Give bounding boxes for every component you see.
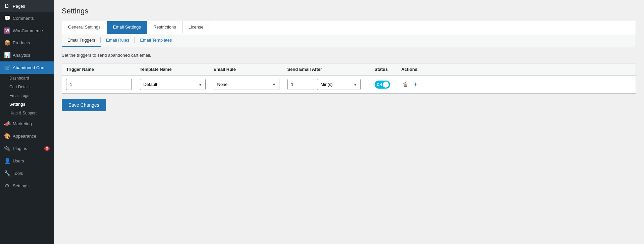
sidebar-item-products[interactable]: 📦 Products — [0, 37, 54, 49]
tab-general-settings[interactable]: General Settings — [62, 21, 107, 34]
tab-license[interactable]: License — [182, 21, 210, 34]
users-icon: 👤 — [4, 158, 10, 164]
col-email-rule: Email Rule — [210, 63, 283, 76]
submenu-label: Settings — [9, 102, 25, 107]
add-button[interactable]: + — [412, 79, 419, 90]
main-tabs: General Settings Email Settings Restrict… — [62, 21, 636, 34]
send-after-unit-select[interactable]: Min(s) Hour(s) Day(s) — [317, 79, 361, 90]
pages-icon: 🗋 — [4, 3, 10, 9]
plugins-icon: 🔌 — [4, 145, 10, 152]
sidebar-item-label: Tools — [13, 171, 23, 176]
inner-tab-email-templates[interactable]: Email Templates — [135, 34, 177, 47]
send-after-value-input[interactable] — [287, 79, 314, 90]
sidebar-item-comments[interactable]: 💬 Comments — [0, 12, 54, 25]
main-content: Settings General Settings Email Settings… — [54, 0, 644, 244]
settings-icon: ⚙ — [4, 183, 10, 189]
cell-actions: 🗑 + — [397, 76, 636, 94]
sidebar: 🗋 Pages 💬 Comments W WooCommerce 📦 Produ… — [0, 0, 54, 244]
status-toggle[interactable]: ON — [375, 81, 390, 89]
sidebar-item-appearance[interactable]: 🎨 Appearance — [0, 130, 54, 142]
col-template-name: Template Name — [136, 63, 210, 76]
save-changes-button[interactable]: Save Changes — [62, 99, 106, 111]
analytics-icon: 📊 — [4, 52, 10, 58]
sidebar-item-abandoned-cart[interactable]: 🛒 Abandoned Cart — [0, 61, 54, 74]
sidebar-item-label: Appearance — [13, 134, 36, 139]
section-description: Set the triggers to send abandoned cart … — [62, 53, 636, 58]
toggle-slider: ON — [375, 81, 390, 89]
cell-trigger-name — [62, 76, 136, 94]
submenu-label: Cart Details — [9, 85, 31, 89]
appearance-icon: 🎨 — [4, 133, 10, 139]
trigger-table: Trigger Name Template Name Email Rule Se… — [62, 63, 636, 94]
sidebar-item-label: Analytics — [13, 53, 30, 58]
plugins-badge: 9 — [44, 146, 50, 151]
sidebar-item-label: WooCommerce — [13, 28, 43, 33]
rule-select-wrapper: None Rule 1 Rule 2 ▼ — [214, 79, 279, 90]
col-trigger-name: Trigger Name — [62, 63, 136, 76]
tab-email-settings[interactable]: Email Settings — [107, 21, 147, 34]
submenu-email-logs[interactable]: Email Logs — [0, 91, 54, 100]
cell-send-after: Min(s) Hour(s) Day(s) ▼ — [283, 76, 371, 94]
col-actions: Actions — [397, 63, 636, 76]
sidebar-item-plugins[interactable]: 🔌 Plugins 9 — [0, 142, 54, 155]
marketing-icon: 📣 — [4, 120, 10, 127]
email-rule-select[interactable]: None Rule 1 Rule 2 — [214, 79, 279, 90]
sidebar-item-woocommerce[interactable]: W WooCommerce — [0, 25, 54, 37]
cell-template-name: Default Template 1 Template 2 ▼ — [136, 76, 210, 94]
unit-select-wrapper: Min(s) Hour(s) Day(s) ▼ — [317, 79, 361, 90]
submenu-label: Dashboard — [9, 76, 29, 81]
sidebar-item-analytics[interactable]: 📊 Analytics — [0, 49, 54, 61]
inner-tab-email-rules[interactable]: Email Rules — [101, 34, 135, 47]
sidebar-item-users[interactable]: 👤 Users — [0, 155, 54, 167]
sidebar-item-label: Abandoned Cart — [13, 65, 45, 70]
submenu-label: Help & Support — [9, 111, 37, 115]
col-send-email-after: Send Email After — [283, 63, 371, 76]
trigger-name-input[interactable] — [66, 79, 132, 90]
sidebar-item-label: Products — [13, 40, 30, 45]
col-status: Status — [371, 63, 397, 76]
sidebar-item-settings[interactable]: ⚙ Settings — [0, 180, 54, 192]
table-row: Default Template 1 Template 2 ▼ None Rul… — [62, 76, 636, 94]
sidebar-item-label: Comments — [13, 16, 34, 21]
sidebar-item-pages[interactable]: 🗋 Pages — [0, 0, 54, 12]
page-title: Settings — [62, 7, 636, 15]
cell-email-rule: None Rule 1 Rule 2 ▼ — [210, 76, 283, 94]
content-area: Settings General Settings Email Settings… — [54, 0, 644, 244]
cell-status: ON — [371, 76, 397, 94]
submenu-help-support[interactable]: Help & Support — [0, 109, 54, 117]
submenu-settings[interactable]: Settings — [0, 100, 54, 109]
abandoned-cart-icon: 🛒 — [4, 64, 10, 71]
template-name-select[interactable]: Default Template 1 Template 2 — [140, 79, 206, 90]
inner-tab-email-triggers[interactable]: Email Triggers — [62, 34, 101, 47]
sidebar-item-label: Marketing — [13, 121, 32, 126]
action-buttons: 🗑 + — [401, 79, 632, 90]
sidebar-item-label: Pages — [13, 4, 25, 9]
submenu-cart-details[interactable]: Cart Details — [0, 83, 54, 91]
inner-tabs: Email Triggers Email Rules Email Templat… — [62, 34, 636, 47]
products-icon: 📦 — [4, 40, 10, 46]
sidebar-item-marketing[interactable]: 📣 Marketing — [0, 117, 54, 130]
submenu-dashboard[interactable]: Dashboard — [0, 74, 54, 83]
comments-icon: 💬 — [4, 15, 10, 21]
sidebar-item-label: Settings — [13, 183, 29, 188]
submenu-label: Email Logs — [9, 93, 29, 98]
sidebar-item-label: Plugins — [13, 146, 27, 151]
sidebar-item-tools[interactable]: 🔧 Tools — [0, 167, 54, 180]
tools-icon: 🔧 — [4, 170, 10, 177]
tab-restrictions[interactable]: Restrictions — [147, 21, 182, 34]
delete-button[interactable]: 🗑 — [401, 80, 410, 89]
toggle-on-label: ON — [377, 83, 382, 86]
status-toggle-wrapper: ON — [375, 81, 393, 89]
sidebar-item-label: Users — [13, 158, 24, 163]
template-select-wrapper: Default Template 1 Template 2 ▼ — [140, 79, 206, 90]
woocommerce-icon: W — [4, 28, 10, 34]
